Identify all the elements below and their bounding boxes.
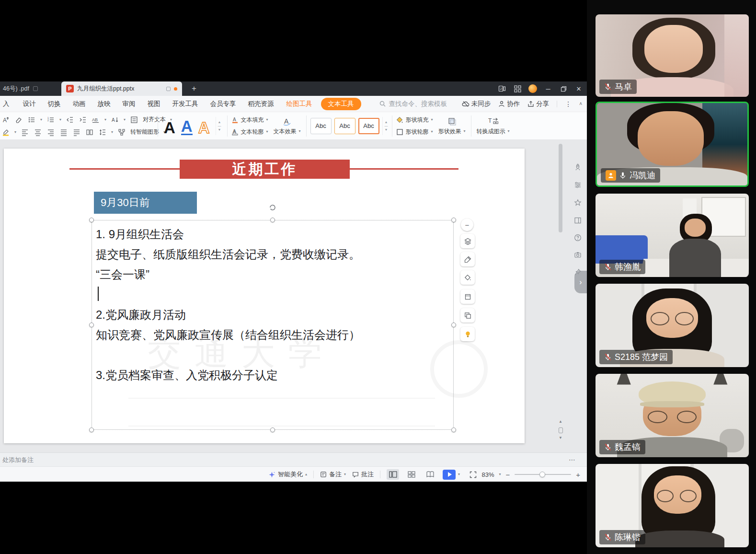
zoom-in-button[interactable]: +: [576, 471, 580, 478]
convert-diagram-button[interactable]: T 转换成图示▾: [475, 116, 511, 136]
menu-item-transition[interactable]: 切换: [48, 100, 61, 108]
wordart-preset-1[interactable]: Abc: [310, 118, 332, 134]
smart-graphic-icon[interactable]: [117, 128, 126, 137]
font-preset-outline[interactable]: A: [198, 121, 210, 135]
collapse-ribbon-icon[interactable]: ˄: [579, 101, 582, 106]
slide-nav-grip[interactable]: [559, 427, 563, 433]
crop-frame-button[interactable]: [460, 289, 475, 304]
rocket-boost-icon[interactable]: [573, 163, 582, 172]
participant-tile[interactable]: 韩渔胤: [596, 194, 749, 277]
copy-style-button[interactable]: [460, 308, 475, 323]
sort-text-icon[interactable]: A: [111, 115, 119, 124]
selection-handle-n[interactable]: [270, 218, 275, 222]
vertical-scrollbar[interactable]: [559, 144, 562, 232]
capture-icon[interactable]: [573, 251, 582, 259]
collapse-float-toolbar-button[interactable]: −: [461, 219, 473, 231]
selection-handle-w[interactable]: [89, 323, 94, 327]
expand-panel-chevron[interactable]: ›: [574, 271, 587, 293]
share-button[interactable]: 分享: [527, 100, 549, 108]
slide-title-banner[interactable]: 近期工作: [180, 160, 350, 179]
next-slide-arrow[interactable]: ▼: [558, 436, 563, 440]
wordart-preset-2[interactable]: Abc: [334, 118, 355, 134]
help-icon[interactable]: [573, 233, 582, 242]
new-tab-button[interactable]: +: [189, 81, 199, 96]
menu-item-devtools[interactable]: 开发工具: [172, 100, 198, 108]
font-preset-black[interactable]: A: [164, 121, 175, 135]
participant-tile[interactable]: S2185 范梦园: [596, 284, 749, 367]
task-pane-icon[interactable]: [573, 216, 582, 225]
distribute-icon[interactable]: [72, 128, 81, 137]
grid-apps-icon[interactable]: [513, 84, 522, 93]
columns-icon[interactable]: [85, 128, 94, 137]
smart-suggest-button[interactable]: [460, 327, 475, 341]
increase-indent-icon[interactable]: [79, 115, 87, 124]
pages-layout-icon[interactable]: 2: [498, 84, 506, 93]
align-text-icon[interactable]: [130, 115, 138, 124]
fill-color-button[interactable]: [460, 270, 475, 285]
text-direction-icon[interactable]: AB: [92, 115, 100, 124]
zoom-slider[interactable]: [515, 472, 571, 477]
notes-button[interactable]: 备注▾: [320, 470, 346, 479]
shape-fill-button[interactable]: 形状填充▾: [396, 116, 433, 124]
slide-body-textbox[interactable]: 1. 9月组织生活会 提交电子、纸质版组织生活会记录，党费收缴记录。 “三会一课…: [96, 224, 450, 385]
line-spacing-icon[interactable]: [98, 128, 107, 137]
slide[interactable]: 交通大学 近期工作 9月30日前 1. 9月组织生: [4, 149, 525, 443]
slide-sorter-view-button[interactable]: [405, 469, 418, 480]
zoom-percentage[interactable]: 83%: [481, 471, 494, 478]
fit-slide-icon[interactable]: [470, 471, 477, 478]
align-left-icon[interactable]: [21, 128, 29, 137]
smart-beautify-button[interactable]: 智能美化▴: [268, 470, 307, 479]
menu-item-slideshow[interactable]: 放映: [98, 100, 111, 108]
comments-button[interactable]: 批注: [352, 470, 374, 479]
numbered-list-icon[interactable]: 12: [46, 115, 55, 124]
text-fill-button[interactable]: A 文本填充▾: [231, 116, 268, 124]
layers-button[interactable]: [460, 234, 475, 248]
menu-item-design[interactable]: 设计: [23, 100, 36, 108]
selection-handle-nw[interactable]: [89, 218, 94, 222]
zoom-slider-knob[interactable]: [539, 472, 545, 477]
font-preset-scroll[interactable]: ▲—▼: [216, 117, 221, 135]
selection-handle-e[interactable]: [451, 323, 456, 327]
eraser-icon[interactable]: [14, 115, 23, 124]
restore-button[interactable]: [559, 84, 568, 93]
menu-item-review[interactable]: 审阅: [123, 100, 136, 108]
bullet-list-icon[interactable]: [27, 115, 36, 124]
shape-outline-button[interactable]: 形状轮廓▾: [396, 128, 433, 136]
menu-item-drawing-tools[interactable]: 绘图工具: [286, 100, 312, 108]
text-outline-button[interactable]: A 文本轮廓▾: [231, 128, 268, 136]
menu-item-view[interactable]: 视图: [148, 100, 160, 108]
notes-strip[interactable]: 处添加备注 ⋯: [0, 452, 587, 466]
selection-handle-sw[interactable]: [89, 427, 94, 432]
wordart-preset-scroll[interactable]: ▲—▼: [382, 117, 388, 135]
increase-font-icon[interactable]: A: [1, 115, 10, 124]
previous-slide-arrow[interactable]: ▲: [558, 420, 563, 424]
notes-more-icon[interactable]: ⋯: [569, 453, 576, 467]
reading-view-button[interactable]: [424, 469, 436, 480]
user-avatar[interactable]: [528, 84, 537, 93]
rotate-handle[interactable]: [268, 203, 277, 212]
tune-settings-icon[interactable]: [573, 181, 582, 189]
wordart-preset-3[interactable]: Abc: [358, 118, 379, 134]
menu-item-text-tools-active[interactable]: 文本工具: [321, 98, 361, 110]
minimize-button[interactable]: ─: [544, 84, 552, 93]
sync-status-button[interactable]: 未同步: [462, 100, 491, 108]
star-favorite-icon[interactable]: [573, 198, 582, 207]
menu-item-animation[interactable]: 动画: [73, 100, 86, 108]
justify-icon[interactable]: [59, 128, 68, 137]
menu-item-member[interactable]: 会员专享: [210, 100, 236, 108]
close-button[interactable]: ✕: [574, 84, 583, 93]
selection-handle-s[interactable]: [270, 427, 275, 432]
decrease-indent-icon[interactable]: [66, 115, 74, 124]
play-slideshow-button[interactable]: ▾: [443, 470, 460, 480]
date-label-box[interactable]: 9月30日前: [94, 192, 197, 214]
command-search-box[interactable]: 查找命令、搜索模板: [379, 100, 447, 108]
smart-graphic-button[interactable]: 转智能图形: [130, 128, 159, 136]
font-preset-blue[interactable]: A: [181, 119, 193, 135]
shape-effect-button[interactable]: 形状效果▾: [437, 116, 467, 136]
tab-active-pptx[interactable]: P 九月组织生活ppt.pptx: [61, 81, 182, 96]
align-right-icon[interactable]: [46, 128, 55, 137]
zoom-out-button[interactable]: −: [505, 471, 510, 478]
participant-tile[interactable]: 魏孟镐: [596, 374, 749, 457]
text-effect-button[interactable]: A 文本效果▾: [272, 116, 302, 136]
highlighter-icon[interactable]: [1, 128, 10, 137]
